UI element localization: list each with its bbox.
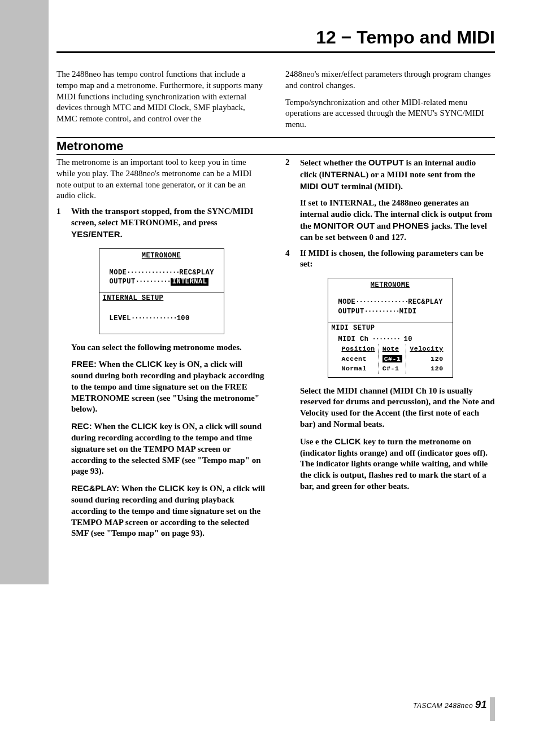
lcd2-title: METRONOME [328, 278, 453, 290]
phones-key: PHONES [393, 221, 429, 230]
lcd2-output-value: MIDI [399, 308, 417, 316]
page-content: 12 − Tempo and MIDI The 2488neo has temp… [0, 0, 539, 756]
metronome-intro: The metronome is an important tool to ke… [56, 157, 266, 202]
intro-right: 2488neo's mixer/effect parameters throug… [285, 69, 495, 130]
lcd1-level-value: 100 [177, 314, 190, 322]
lcd2-mode-value: REC&PLAY [408, 298, 443, 306]
mode-free: FREE: When the CLICK key is ON, a click … [71, 359, 266, 415]
lcd1-output-label: OUTPUT [110, 278, 136, 286]
click-key-last: CLICK [334, 436, 361, 446]
mode-recplay: REC&PLAY: When the CLICK key is ON, a cl… [71, 483, 266, 539]
lcd1-output-value: INTERNAL [171, 278, 209, 286]
click-indicator-paragraph: Use e the CLICK key to turn the metronom… [300, 436, 495, 492]
lcd1-level-label: LEVEL [110, 314, 132, 322]
click-key-rec: CLICK [131, 421, 158, 431]
intro-columns: The 2488neo has tempo control functions … [56, 69, 495, 130]
td-normal: Normal [338, 364, 379, 374]
monitor-out-key: MONITOR OUT [314, 221, 375, 230]
s2-a: Select whether the [300, 158, 368, 167]
step-1-number: 1 [56, 206, 64, 240]
output-key: OUTPUT [368, 158, 404, 167]
recplay-label: REC&PLAY: [71, 483, 119, 493]
th-velocity: Velocity [406, 344, 447, 354]
step-1-pre: With the transport stopped, from the SYN… [71, 207, 253, 227]
lcd2-midi-table: Position Note Velocity Accent C#-1 120 N… [338, 344, 447, 374]
click-key-rp: CLICK [158, 483, 185, 493]
lcd1-mode-label: MODE [110, 269, 127, 277]
lcd1-level: LEVEL·············100 [99, 304, 224, 333]
footer-product: TASCAM 2488neo [413, 702, 473, 710]
free-a: When the [97, 360, 136, 369]
plast-a: Use e the [300, 437, 334, 446]
lcd2-ch-label: MIDI Ch [338, 335, 369, 343]
intro-right-p2: Tempo/synchronization and other MIDI-rel… [285, 97, 495, 130]
yes-enter-key: YES/ENTER [71, 229, 120, 239]
lcd2-sub: MIDI SETUP [328, 322, 453, 334]
step-2-p2: If set to INTERNAL, the 2488neo generate… [300, 198, 495, 243]
free-label: FREE: [71, 359, 97, 369]
rp-a: When the [119, 484, 158, 493]
td-normal-vel: 120 [406, 364, 447, 374]
chapter-title: 12 − Tempo and MIDI [56, 0, 495, 53]
section-title-metronome: Metronome [56, 137, 495, 155]
footer-page-number: 91 [475, 699, 487, 710]
lcd1-title: METRONOME [99, 249, 224, 260]
lcd2-body: MODE···············REC&PLAY OUTPUT······… [328, 290, 453, 321]
td-accent: Accent [338, 354, 379, 364]
lcd2-mode-label: MODE [338, 298, 356, 306]
midi-out-key: MIDI OUT [300, 181, 339, 191]
step-1-text: With the transport stopped, from the SYN… [71, 206, 266, 240]
step-2-number: 2 [285, 157, 293, 192]
td-normal-note: C#-1 [379, 364, 406, 374]
s2-c: ) or a MIDI note sent from the [366, 170, 475, 179]
step-2: 2 Select whether the OUTPUT is an intern… [285, 157, 495, 192]
step-2-text: Select whether the OUTPUT is an internal… [300, 157, 495, 192]
th-note: Note [379, 344, 406, 354]
s2p2-b: and [375, 221, 393, 230]
click-key-free: CLICK [136, 359, 162, 369]
midi-channel-paragraph: Select the MIDI channel (MIDI Ch 10 is u… [300, 386, 495, 430]
right-column: 2 Select whether the OUTPUT is an intern… [285, 157, 495, 539]
step-4: 4 If MIDI is chosen, the following param… [285, 248, 495, 270]
td-accent-vel: 120 [406, 354, 447, 364]
lcd1-body: MODE···············REC&PLAY OUTPUT······… [99, 260, 224, 292]
intro-right-p1: 2488neo's mixer/effect parameters throug… [285, 69, 495, 91]
lcd-metronome-internal: METRONOME MODE···············REC&PLAY OU… [99, 248, 224, 334]
lcd2-table: MIDI Ch ········ 10 Position Note Veloci… [328, 334, 453, 377]
internal-key: INTERNAL [322, 169, 366, 179]
left-column: The metronome is an important tool to ke… [56, 157, 266, 539]
lcd-metronome-midi: METRONOME MODE···············REC&PLAY OU… [328, 278, 453, 377]
lcd1-mode-value: REC&PLAY [179, 269, 214, 277]
step-4-text: If MIDI is chosen, the following paramet… [300, 248, 495, 270]
page-footer: TASCAM 2488neo 91 [413, 699, 487, 711]
lcd2-ch-value: 10 [403, 335, 412, 343]
mode-rec: REC: When the CLICK key is ON, a click w… [71, 421, 266, 477]
step-1: 1 With the transport stopped, from the S… [56, 206, 266, 240]
rec-a: When the [92, 422, 131, 431]
s2-d: terminal (MIDI). [339, 182, 403, 191]
td-accent-note: C#-1 [382, 355, 403, 362]
step-4-number: 4 [285, 248, 293, 270]
body-columns: The metronome is an important tool to ke… [56, 157, 495, 539]
step-1-post: . [120, 230, 123, 239]
th-position: Position [338, 344, 379, 354]
modes-intro: You can select the following metronome m… [71, 342, 266, 353]
rec-label: REC: [71, 421, 92, 431]
intro-left: The 2488neo has tempo control functions … [56, 69, 266, 130]
lcd1-sub: INTERNAL SETUP [99, 292, 224, 304]
lcd2-output-label: OUTPUT [338, 308, 364, 316]
